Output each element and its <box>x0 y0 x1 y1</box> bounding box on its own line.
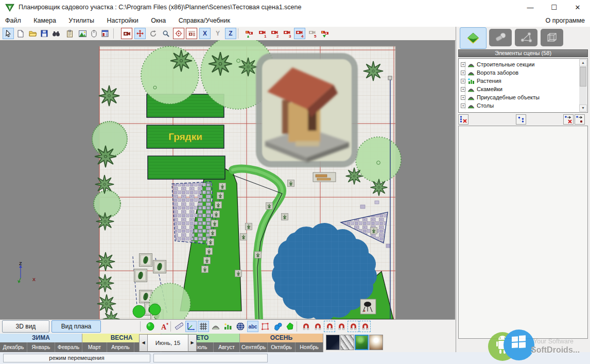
remove-all-elements-button[interactable] <box>458 114 468 125</box>
axis-z-button[interactable]: Z <box>225 28 236 39</box>
house-image[interactable] <box>256 53 358 167</box>
camera-preset-5-button[interactable]: 5 <box>307 28 318 39</box>
expand-icon[interactable]: + <box>461 79 465 83</box>
zoom-tool-button[interactable] <box>160 28 171 39</box>
labels-display-button[interactable]: abc <box>247 321 258 332</box>
scrollbar-thumb[interactable] <box>580 67 586 86</box>
snap-guides-button[interactable] <box>359 321 371 332</box>
add-text-button[interactable]: A <box>159 321 170 332</box>
rotate-tool-button[interactable] <box>147 28 159 39</box>
next-day-button[interactable]: ▶ <box>188 334 197 352</box>
snap-angle-button[interactable] <box>324 321 335 332</box>
camera-view-button[interactable] <box>121 28 132 39</box>
season-winter[interactable]: ЗИМА <box>0 334 82 342</box>
expand-icon[interactable]: + <box>461 62 465 67</box>
snap-grid-button[interactable] <box>300 321 311 332</box>
bbq-grill[interactable] <box>360 299 376 314</box>
move-tool-button[interactable] <box>134 28 146 39</box>
rock-garden[interactable] <box>172 182 213 244</box>
axes-display-button[interactable] <box>185 321 197 332</box>
bed-3[interactable] <box>148 156 225 179</box>
tree-item-plants[interactable]: + Растения <box>461 77 501 85</box>
month-february[interactable]: Февраль <box>55 342 82 352</box>
month-august[interactable]: Август <box>214 342 240 352</box>
camera-preset-restore-button[interactable] <box>320 28 331 39</box>
scene-elements-tree[interactable]: + Строительные секции + Ворота заборов +… <box>458 58 588 113</box>
expand-icon[interactable]: + <box>461 87 465 92</box>
expand-icon[interactable]: + <box>461 95 465 100</box>
render-view-button[interactable] <box>186 28 197 39</box>
month-september[interactable]: Сентябрь <box>240 342 268 352</box>
prev-day-button[interactable]: ◀ <box>139 334 148 352</box>
save-scene-button[interactable] <box>39 28 50 39</box>
month-november[interactable]: Ноябрь <box>296 342 323 352</box>
maximize-button[interactable]: ☐ <box>542 0 566 15</box>
terrain-display-button[interactable] <box>210 321 221 332</box>
tree-item-building-sections[interactable]: + Строительные секции <box>461 60 534 68</box>
polygon-select-button[interactable] <box>259 321 271 332</box>
camera-preset-4-button[interactable]: 4 <box>294 28 305 39</box>
select-elements-button[interactable] <box>516 114 526 125</box>
plan-canvas[interactable]: Грядки <box>0 40 455 319</box>
grid-display-button[interactable] <box>198 321 209 332</box>
scroll-up-button[interactable]: ▲ <box>579 59 587 66</box>
month-april[interactable]: Апрель <box>107 342 134 352</box>
view-3d-button[interactable]: 3D вид <box>2 320 49 333</box>
select-tool-button[interactable] <box>3 28 14 39</box>
minimize-button[interactable]: — <box>518 0 542 15</box>
menu-utilities[interactable]: Утилиты <box>63 15 99 26</box>
tab-materials[interactable] <box>489 29 512 46</box>
tree-item-benches[interactable]: + Скамейки <box>461 85 502 93</box>
menu-file[interactable]: Файл <box>0 15 26 26</box>
tree-item-tables[interactable]: + Столы <box>461 101 494 110</box>
search-button[interactable] <box>50 28 62 39</box>
snap-objects-button[interactable] <box>312 321 323 332</box>
tree-item-homestead-objects[interactable]: + Приусадебные объекты <box>461 93 540 101</box>
month-december[interactable]: Декабрь <box>0 342 27 352</box>
tree-item-fence-gates[interactable]: + Ворота заборов <box>461 68 518 77</box>
clipboard-button[interactable] <box>64 28 75 39</box>
tree-scrollbar[interactable]: ▲ ▼ <box>579 59 587 112</box>
season-autumn[interactable]: ОСЕНЬ <box>240 334 323 342</box>
summer-thumbnail[interactable] <box>355 335 369 350</box>
mouse-settings-button[interactable] <box>88 28 99 39</box>
bench[interactable] <box>313 172 336 182</box>
snap-nodes-button[interactable] <box>336 321 347 332</box>
axis-x-button[interactable]: X <box>199 28 211 39</box>
month-march[interactable]: Март <box>82 342 107 352</box>
menu-camera[interactable]: Камера <box>28 15 61 26</box>
spring-thumbnail[interactable] <box>340 335 354 350</box>
autumn-thumbnail[interactable] <box>369 335 383 350</box>
tab-scene-elements[interactable] <box>460 27 487 49</box>
new-scene-button[interactable] <box>15 28 26 39</box>
menu-about[interactable]: О программе <box>546 17 585 24</box>
camera-preset-2-button[interactable]: 2 <box>269 28 281 39</box>
menu-windows[interactable]: Окна <box>146 15 171 26</box>
water-area-button[interactable] <box>272 321 283 332</box>
center-target-button[interactable] <box>173 28 184 39</box>
report-button[interactable] <box>99 28 111 39</box>
open-scene-button[interactable] <box>27 28 39 39</box>
scroll-down-button[interactable]: ▼ <box>579 105 587 112</box>
tab-nodes[interactable] <box>515 29 537 46</box>
bed-2[interactable]: Грядки <box>147 125 224 148</box>
tab-objects[interactable] <box>541 29 563 46</box>
plants-display-button[interactable] <box>222 321 234 332</box>
delete-selected-button[interactable] <box>563 114 574 125</box>
camera-preset-3-button[interactable]: 3 <box>282 28 293 39</box>
measure-tool-button[interactable] <box>173 321 184 332</box>
expand-icon[interactable]: + <box>461 103 465 108</box>
camera-preset-save-button[interactable] <box>244 28 255 39</box>
winter-thumbnail[interactable] <box>326 335 340 350</box>
garden-beds[interactable]: Грядки <box>147 94 225 179</box>
current-date[interactable]: Июнь, 15 <box>148 334 188 352</box>
menu-help[interactable]: Справка/Учебник <box>173 15 235 26</box>
lawn-area-button[interactable] <box>284 321 296 332</box>
camera-preset-1-button[interactable]: 1 <box>257 28 268 39</box>
view-plan-button[interactable]: Вид плана <box>51 320 101 333</box>
snap-edges-button[interactable] <box>348 321 359 332</box>
close-button[interactable]: ✕ <box>566 0 589 15</box>
apply-selection-button[interactable] <box>575 114 585 125</box>
axis-y-button[interactable]: Y <box>212 28 223 39</box>
ellipse-tool-button[interactable] <box>145 321 156 332</box>
